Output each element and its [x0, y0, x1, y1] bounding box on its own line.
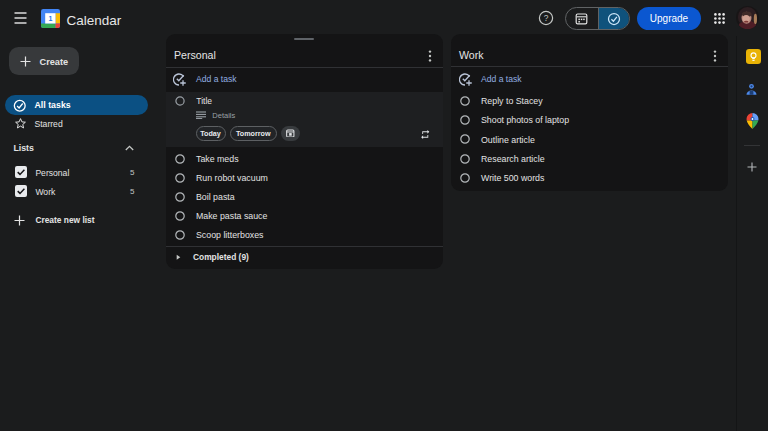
- svg-text:1: 1: [48, 14, 52, 21]
- svg-text:?: ?: [544, 13, 549, 23]
